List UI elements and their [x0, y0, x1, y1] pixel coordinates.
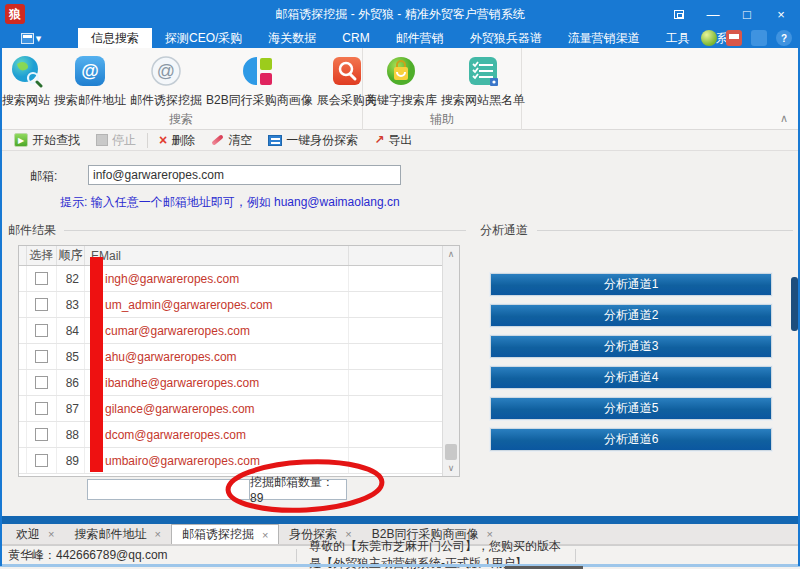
menu-bar: ▾ 信息搜索 探测CEO/采购 海关数据 CRM 邮件营销 外贸狼兵器谱 流量营… [0, 28, 800, 48]
app-logo-icon: 狼 [5, 4, 25, 24]
ribbon-button-site-blacklist[interactable]: 搜索网站黑名单 [439, 53, 527, 109]
identity-explore-button[interactable]: 一键身份探索 [260, 130, 366, 151]
table-row[interactable]: 82 ingh@garwareropes.com [19, 266, 442, 292]
ribbon-label: 搜索网站黑名单 [441, 92, 525, 109]
analysis-channel-6-button[interactable]: 分析通道6 [490, 428, 772, 451]
table-row[interactable]: 83 um_admin@garwareropes.com [19, 292, 442, 318]
maximize-button[interactable]: □ [730, 0, 764, 28]
menu-item-info-search[interactable]: 信息搜索 [78, 28, 152, 48]
row-email: cumar@garwareropes.com [85, 318, 349, 343]
app-menu-button[interactable]: ▾ [12, 28, 50, 48]
minimize-button[interactable]: — [696, 0, 730, 28]
analysis-channel-5-button[interactable]: 分析通道5 [490, 397, 772, 420]
feedback-icon[interactable] [726, 30, 742, 46]
svg-text:@: @ [81, 61, 99, 81]
button-label: 停止 [112, 132, 136, 149]
ribbon-label: 关键字搜索库 [365, 92, 437, 109]
collapse-ribbon-button[interactable]: ∧ [780, 112, 788, 125]
row-checkbox[interactable] [35, 454, 48, 467]
doc-tab-search-email[interactable]: 搜索邮件地址 × [64, 524, 170, 544]
ribbon-button-search-email[interactable]: @ 搜索邮件地址 [52, 53, 128, 109]
row-checkbox[interactable] [35, 272, 48, 285]
close-tab-icon[interactable]: × [154, 528, 160, 540]
table-row[interactable]: 85 ahu@garwareropes.com [19, 344, 442, 370]
table-row[interactable]: 88 dcom@garwareropes.com [19, 422, 442, 448]
maximize-icon: □ [743, 7, 751, 22]
scroll-down-icon[interactable]: ∨ [443, 460, 459, 476]
info-icon[interactable] [751, 30, 767, 46]
analysis-channel-4-button[interactable]: 分析通道4 [490, 366, 772, 389]
column-header-email[interactable]: EMail [85, 246, 349, 265]
scroll-up-icon[interactable]: ∧ [443, 246, 459, 262]
row-email: um_admin@garwareropes.com [85, 292, 349, 317]
row-order: 82 [57, 266, 85, 291]
indicator-column-header [19, 246, 27, 265]
menu-item-customs[interactable]: 海关数据 [255, 28, 329, 48]
table-row[interactable]: 87 gilance@garwareropes.com [19, 396, 442, 422]
menu-item-tools[interactable]: 工具 [653, 28, 703, 48]
close-button[interactable]: × [764, 0, 798, 28]
row-checkbox[interactable] [35, 298, 48, 311]
divider [64, 230, 466, 231]
analysis-section-label: 分析通道 [480, 222, 534, 239]
button-label: 导出 [388, 132, 412, 149]
ribbon-button-b2b-portrait[interactable]: B2B同行采购商画像 [204, 53, 315, 109]
help-icon[interactable]: ? [776, 30, 792, 46]
export-icon: ↗ [374, 133, 384, 147]
close-tab-icon[interactable]: × [262, 529, 268, 541]
ribbon-button-keyword-library[interactable]: 关键字搜索库 [363, 53, 439, 109]
column-header-select[interactable]: 选择 [27, 246, 57, 265]
row-checkbox[interactable] [35, 350, 48, 363]
row-email: ibandhe@garwareropes.com [85, 370, 349, 395]
eraser-icon [211, 134, 224, 145]
row-checkbox[interactable] [35, 324, 48, 337]
at-silver-icon: @ [148, 53, 184, 89]
column-header-order[interactable]: 顺序 [57, 246, 85, 265]
row-checkbox[interactable] [35, 376, 48, 389]
doc-tab-email-mining[interactable]: 邮箱诱探挖掘 × [171, 524, 279, 544]
start-search-button[interactable]: ▶ 开始查找 [6, 130, 88, 151]
ribbon-button-email-mining[interactable]: @ 邮件诱探挖掘 [128, 53, 204, 109]
delete-button[interactable]: × 删除 [151, 130, 203, 151]
menu-item-arsenal[interactable]: 外贸狼兵器谱 [457, 28, 555, 48]
stop-button[interactable]: 停止 [88, 130, 144, 151]
ribbon-button-search-website[interactable]: 搜索网站 [0, 53, 52, 109]
row-checkbox[interactable] [35, 402, 48, 415]
button-label: 删除 [171, 132, 195, 149]
ribbon-label: 搜索邮件地址 [54, 92, 126, 109]
title-bar: 狼 邮箱诱探挖掘 - 外贸狼 - 精准外贸客户营销系统 — □ × [0, 0, 800, 28]
results-section-label: 邮件结果 [8, 222, 62, 239]
analysis-channel-1-button[interactable]: 分析通道1 [490, 273, 772, 296]
menu-item-ceo[interactable]: 探测CEO/采购 [152, 28, 255, 48]
close-tab-icon[interactable]: × [48, 528, 54, 540]
row-checkbox[interactable] [35, 428, 48, 441]
analysis-channel-2-button[interactable]: 分析通道2 [490, 304, 772, 327]
analysis-channel-3-button[interactable]: 分析通道3 [490, 335, 772, 358]
window-controls: — □ × [662, 0, 798, 28]
clear-button[interactable]: 清空 [203, 130, 260, 151]
results-table: 选择 顺序 EMail 82 ingh@garwareropes.com 83 … [18, 245, 460, 477]
row-order: 87 [57, 396, 85, 421]
menu-item-email-marketing[interactable]: 邮件营销 [383, 28, 457, 48]
table-row[interactable]: 84 cumar@garwareropes.com [19, 318, 442, 344]
skin-icon[interactable] [701, 30, 717, 46]
export-button[interactable]: ↗ 导出 [366, 130, 420, 151]
tab-label: 欢迎 [16, 526, 40, 543]
scrollbar-thumb[interactable] [445, 444, 457, 460]
tab-label: 搜索邮件地址 [74, 526, 146, 543]
row-order: 89 [57, 448, 85, 473]
doc-tab-welcome[interactable]: 欢迎 × [6, 524, 64, 544]
menu-item-crm[interactable]: CRM [329, 28, 382, 48]
button-label: 开始查找 [32, 132, 80, 149]
ribbon-label: 邮件诱探挖掘 [130, 92, 202, 109]
email-input[interactable] [88, 165, 401, 185]
table-row[interactable]: 89 umbairo@garwareropes.com [19, 448, 442, 474]
table-row[interactable]: 86 ibandhe@garwareropes.com [19, 370, 442, 396]
progress-field [87, 479, 250, 500]
table-scrollbar[interactable]: ∧ ∨ [442, 246, 459, 476]
ribbon-group-search: 搜索网站 @ 搜索邮件地址 @ 邮件诱探挖掘 [0, 48, 363, 130]
fullscreen-button[interactable] [662, 0, 696, 28]
menu-item-traffic[interactable]: 流量营销渠道 [555, 28, 653, 48]
button-label: 清空 [228, 132, 252, 149]
panel-scrollbar-thumb[interactable] [791, 277, 798, 331]
